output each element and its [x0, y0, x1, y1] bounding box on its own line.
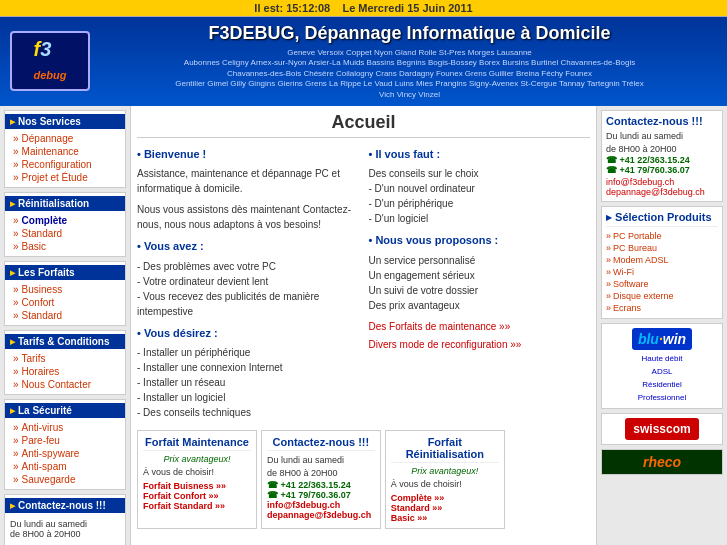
panel-contact-title: Contactez-nous !!!	[267, 436, 375, 451]
sidebar-item-antispam[interactable]: Anti-spam	[5, 460, 125, 473]
logo: f3 debug	[10, 31, 90, 91]
reinitialisation-title: Réinitialisation	[5, 196, 125, 211]
sidebar-item-tarifs[interactable]: Tarifs	[5, 352, 125, 365]
rheco-logo: rheco	[606, 454, 718, 470]
content-col-left: Bienvenue ! Assistance, maintenance et d…	[137, 146, 359, 427]
time-display: Il est: 15:12:08	[254, 2, 330, 14]
sidebar-section-tarifs: Tarifs & Conditions Tarifs Horaires Nous…	[4, 330, 126, 395]
contact-email1[interactable]: info@f3debug.ch	[606, 177, 718, 187]
sidebar-item-parefeu[interactable]: Pare-feu	[5, 434, 125, 447]
panel-maintenance-links: Forfait Buisness »» Forfait Confort »» F…	[143, 481, 251, 511]
contact-hours: Du lundi au samedide 8H00 à 20H00	[606, 130, 718, 155]
sponsor-box-bluwin: blu·win Haute débit ADSL Résidentiel Pro…	[601, 323, 723, 409]
sidebar-item-antivirus[interactable]: Anti-virus	[5, 421, 125, 434]
panel-contact-email2[interactable]: depannage@f3debug.ch	[267, 510, 375, 520]
header-content: F3DEBUG, Dépannage Informatique à Domici…	[102, 23, 717, 100]
product-item-wifi[interactable]: Wi-Fi	[606, 266, 718, 278]
panel-reinitialisation-title: Forfait Réinitialisation	[391, 436, 499, 463]
sidebar-section-securite: La Sécurité Anti-virus Pare-feu Anti-spy…	[4, 399, 126, 490]
top-bar: Il est: 15:12:08 Le Mercredi 15 Juin 201…	[0, 0, 727, 17]
sidebar-item-nous-contacter[interactable]: Nous Contacter	[5, 378, 125, 391]
product-item-disque-externe[interactable]: Disque externe	[606, 290, 718, 302]
panel-contact-phone1: ☎ +41 22/363.15.24	[267, 480, 375, 490]
panel-maintenance-title: Forfait Maintenance	[143, 436, 251, 451]
sponsor-box-swisscom: swisscom	[601, 413, 723, 445]
you-want-title: Vous désirez :	[137, 325, 359, 342]
products-box: Sélection Produits PC Portable PC Bureau…	[601, 206, 723, 319]
sidebar-item-antispyware[interactable]: Anti-spyware	[5, 447, 125, 460]
panel-contact-phone2: ☎ +41 79/760.36.07	[267, 490, 375, 500]
left-sidebar: Nos Services Dépannage Maintenance Recon…	[0, 106, 130, 545]
securite-title: La Sécurité	[5, 403, 125, 418]
maintenance-link[interactable]: Des Forfaits de maintenance »»	[369, 319, 591, 334]
contact-box-right: Contactez-nous !!! Du lundi au samedide …	[601, 110, 723, 202]
reconfig-link[interactable]: Divers mode de reconfiguration »»	[369, 337, 591, 352]
propose-items: Un service personnalisé Un engagement sé…	[369, 253, 591, 313]
panel-reinitialisation-text: À vous de choisir!	[391, 478, 499, 491]
panel-reinitialisation-links: Complète »» Standard »» Basic »»	[391, 493, 499, 523]
sidebar-item-business[interactable]: Business	[5, 283, 125, 296]
contact-box-title: Contactez-nous !!!	[606, 115, 718, 127]
product-item-pc-bureau[interactable]: PC Bureau	[606, 242, 718, 254]
you-have-title: Vous avez :	[137, 238, 359, 255]
date-display: Le Mercredi 15 Juin 2011	[342, 2, 472, 14]
sidebar-item-complete[interactable]: Complète	[5, 214, 125, 227]
les-forfaits-title: Les Forfaits	[5, 265, 125, 280]
product-item-software[interactable]: Software	[606, 278, 718, 290]
products-title: Sélection Produits	[606, 211, 718, 227]
bluwin-logo: blu·win	[632, 328, 692, 350]
sidebar-item-basic[interactable]: Basic	[5, 240, 125, 253]
sidebar-item-horaires[interactable]: Horaires	[5, 365, 125, 378]
sidebar-item-maintenance[interactable]: Maintenance	[5, 145, 125, 158]
sidebar-item-depannage[interactable]: Dépannage	[5, 132, 125, 145]
swisscom-logo: swisscom	[625, 418, 698, 440]
sidebar-item-sauvegarde[interactable]: Sauvegarde	[5, 473, 125, 486]
header: f3 debug F3DEBUG, Dépannage Informatique…	[0, 17, 727, 106]
bottom-panels: Forfait Maintenance Prix avantageux! À v…	[137, 426, 590, 529]
sidebar-item-projet-etude[interactable]: Projet et Étude	[5, 171, 125, 184]
sidebar-section-les-forfaits: Les Forfaits Business Confort Standard	[4, 261, 126, 326]
sidebar-section-contact-left: Contactez-nous !!! Du lundi au samedide …	[4, 494, 126, 545]
welcome-text: Assistance, maintenance et dépannage PC …	[137, 166, 359, 196]
contact-phone1: ☎ +41 22/363.15.24	[606, 155, 718, 165]
content-columns: Bienvenue ! Assistance, maintenance et d…	[137, 146, 590, 427]
sponsor-box-rheco: rheco	[601, 449, 723, 475]
tarifs-title: Tarifs & Conditions	[5, 334, 125, 349]
main-wrapper: Nos Services Dépannage Maintenance Recon…	[0, 106, 727, 545]
need-title: Il vous faut :	[369, 146, 591, 163]
site-subtitle: Geneve Versoix Coppet Nyon Gland Rolle S…	[102, 48, 717, 100]
panel-reinitialisation: Forfait Réinitialisation Prix avantageux…	[385, 430, 505, 529]
product-item-ecrans[interactable]: Ecrans	[606, 302, 718, 314]
bottom-panels-row: Forfait Maintenance Prix avantageux! À v…	[137, 430, 505, 529]
product-item-modem-adsl[interactable]: Modem ADSL	[606, 254, 718, 266]
contact-email2[interactable]: depannage@f3debug.ch	[606, 187, 718, 197]
panel-contact-email1[interactable]: info@f3debug.ch	[267, 500, 375, 510]
you-want-items: - Installer un périphérique - Installer …	[137, 345, 359, 420]
sidebar-item-confort[interactable]: Confort	[5, 296, 125, 309]
bluwin-links: Haute débit ADSL Résidentiel Professionn…	[606, 353, 718, 404]
panel-maintenance: Forfait Maintenance Prix avantageux! À v…	[137, 430, 257, 529]
sidebar-item-reconfiguration[interactable]: Reconfiguration	[5, 158, 125, 171]
product-item-pc-portable[interactable]: PC Portable	[606, 230, 718, 242]
sidebar-item-standard[interactable]: Standard	[5, 227, 125, 240]
panel-contact: Contactez-nous !!! Du lundi au samedide …	[261, 430, 381, 529]
page-title: Accueil	[137, 112, 590, 138]
center-content: Accueil Bienvenue ! Assistance, maintena…	[130, 106, 597, 545]
nos-services-title: Nos Services	[5, 114, 125, 129]
logo-text: f3 debug	[34, 38, 67, 84]
panel-contact-hours: Du lundi au samedide 8H00 à 20H00	[267, 454, 375, 479]
site-title: F3DEBUG, Dépannage Informatique à Domici…	[102, 23, 717, 44]
propose-title: Nous vous proposons :	[369, 232, 591, 249]
sidebar-section-nos-services: Nos Services Dépannage Maintenance Recon…	[4, 110, 126, 188]
panel-maintenance-subtitle: Prix avantageux!	[143, 454, 251, 464]
contact-left-hours: Du lundi au samedide 8H00 à 20H00	[5, 516, 125, 542]
contact-phone2: ☎ +41 79/760.36.07	[606, 165, 718, 175]
sidebar-item-standard-forfait[interactable]: Standard	[5, 309, 125, 322]
welcome-title: Bienvenue !	[137, 146, 359, 163]
content-col-right: Il vous faut : Des conseils sur le choix…	[369, 146, 591, 427]
you-have-items: - Des problèmes avec votre PC - Votre or…	[137, 259, 359, 319]
panel-reinitialisation-subtitle: Prix avantageux!	[391, 466, 499, 476]
right-sidebar: Contactez-nous !!! Du lundi au samedide …	[597, 106, 727, 545]
sidebar-section-reinitialisation: Réinitialisation Complète Standard Basic	[4, 192, 126, 257]
need-text: Des conseils sur le choix - D'un nouvel …	[369, 166, 591, 226]
